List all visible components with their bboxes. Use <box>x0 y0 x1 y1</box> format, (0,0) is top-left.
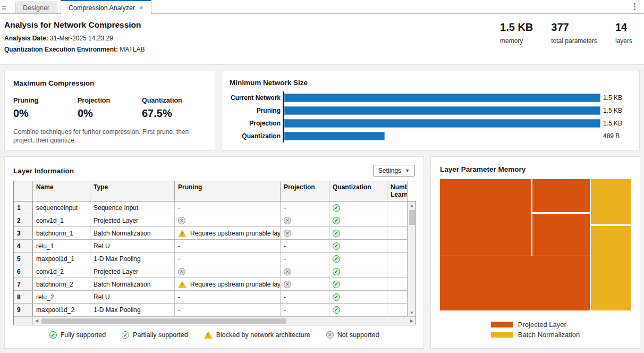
column-header[interactable]: Pruning <box>175 181 281 201</box>
column-header[interactable]: Name <box>33 181 90 201</box>
not-supported-icon: ✕ <box>284 230 291 237</box>
learnables-cell <box>387 227 408 239</box>
table-row[interactable]: 4relu_1ReLU--✓ <box>14 240 408 253</box>
horizontal-scroll-thumb[interactable] <box>41 318 286 324</box>
tab-designer-label: Designer <box>23 4 49 12</box>
legend-item: ✓Partially supported <box>122 331 188 339</box>
warning-icon: ! <box>178 230 187 237</box>
vertical-scroll-thumb[interactable] <box>409 210 415 225</box>
tab-compression-analyzer[interactable]: Compression Analyzer × <box>61 0 151 14</box>
treemap-rect[interactable] <box>532 214 590 256</box>
vertical-scrollbar[interactable]: ▲ ▼ <box>408 201 416 316</box>
kebab-menu-icon[interactable] <box>633 2 637 11</box>
layer-table-rows: 1sequenceinputSequence Input--✓2conv1d_1… <box>14 201 408 316</box>
bar-value-label: 489 B <box>600 132 620 140</box>
scroll-up-icon[interactable]: ▲ <box>410 201 414 209</box>
not-supported-icon: ✕ <box>284 268 291 275</box>
legend-label: Projected Layer <box>518 321 566 329</box>
stat-label: memory <box>500 37 533 45</box>
bar-track <box>283 91 600 104</box>
name-cell: maxpool1d_1 <box>33 253 90 265</box>
pruning-cell: - <box>175 291 281 303</box>
layer-information-title: Layer Information <box>13 167 74 175</box>
projection-cell: ✕ <box>281 227 329 239</box>
table-row[interactable]: 9maxpool1d_21-D Max Pooling--✓ <box>14 304 408 316</box>
pruning-cell: - <box>175 240 281 252</box>
legend-label: Batch Normalization <box>518 331 580 339</box>
row-number-cell: 8 <box>14 291 33 303</box>
scroll-left-icon[interactable]: ◀ <box>35 318 38 323</box>
stat-label: layers <box>615 37 632 45</box>
table-row[interactable]: 8relu_2ReLU--✓ <box>14 291 408 304</box>
pruning-cell: ✕ <box>175 265 281 278</box>
treemap-legend-item: Projected Layer <box>491 321 580 329</box>
environment-value: MATLAB <box>120 46 145 53</box>
column-header[interactable]: Number of Learnables <box>387 181 408 201</box>
type-cell: Projected Layer <box>90 265 175 278</box>
learnables-cell <box>387 240 408 252</box>
table-row[interactable]: 7batchnorm_2Batch Normalization!Requires… <box>14 278 408 291</box>
projection-cell: - <box>281 304 329 316</box>
horizontal-scrollbar[interactable]: ◀ ▶ <box>33 317 416 325</box>
table-row[interactable]: 6conv1d_2Projected Layer✕✕✓ <box>14 265 408 278</box>
learnables-cell <box>387 304 408 316</box>
table-row[interactable]: 5maxpool1d_11-D Max Pooling--✓ <box>14 253 408 265</box>
report-body: Maximum Compression Pruning0%Projection0… <box>0 65 644 353</box>
scroll-down-icon[interactable]: ▼ <box>410 309 414 316</box>
bar-track <box>283 117 600 130</box>
stat-label: total parameters <box>551 37 597 45</box>
pruning-warning-text: Requires upstream prunable layer <box>190 230 281 237</box>
tab-designer[interactable]: Designer <box>15 2 57 13</box>
quantization-cell: ✓ <box>329 227 387 239</box>
treemap-rect[interactable] <box>591 226 631 310</box>
projection-cell: - <box>281 253 329 265</box>
column-header[interactable]: Type <box>90 181 175 201</box>
summary-stats: 1.5 KBmemory377total parameters14layers <box>500 21 632 45</box>
row-number-cell: 9 <box>14 304 33 316</box>
quantization-cell: ✓ <box>329 253 387 265</box>
horizontal-scrollbar-row: ◀ ▶ <box>14 316 416 325</box>
bar-track <box>283 130 600 142</box>
column-header[interactable]: Projection <box>281 181 329 201</box>
type-cell: Sequence Input <box>90 201 175 214</box>
compression-technique: Quantization67.5% <box>142 97 206 120</box>
settings-button[interactable]: Settings ▼ <box>373 165 415 176</box>
analysis-date-value: 31-Mar-2025 14:23:29 <box>50 35 113 42</box>
fully-supported-icon: ✓ <box>333 217 340 224</box>
pruning-warning-text: Requires upstream prunable layer <box>190 281 281 288</box>
bar-category-label: Quantization <box>230 132 283 140</box>
scroll-right-icon[interactable]: ▶ <box>410 318 413 323</box>
bar-chart-row: Current Network1.5 KB <box>230 91 631 104</box>
bar-category-label: Projection <box>230 120 283 127</box>
table-row[interactable]: 3batchnorm_1Batch Normalization!Requires… <box>14 227 408 240</box>
bar-chart-row: Pruning1.5 KB <box>230 104 631 117</box>
bar <box>284 106 600 115</box>
legend-label: Not supported <box>337 331 379 339</box>
treemap-rect[interactable] <box>440 179 531 256</box>
table-row[interactable]: 1sequenceinputSequence Input--✓ <box>14 201 408 214</box>
fully-supported-icon: ✓ <box>333 242 340 250</box>
pruning-cell: - <box>175 201 281 214</box>
treemap-rect[interactable] <box>591 179 631 224</box>
bar-category-label: Current Network <box>230 94 283 102</box>
projection-cell: ✕ <box>281 214 329 226</box>
treemap-rect[interactable] <box>532 179 590 212</box>
name-cell: maxpool1d_2 <box>33 304 90 316</box>
close-tab-icon[interactable]: × <box>139 4 143 11</box>
bar-chart-row: Quantization489 B <box>230 130 631 142</box>
column-header[interactable] <box>14 181 33 201</box>
learnables-cell <box>387 253 408 265</box>
name-cell: conv1d_1 <box>33 214 90 226</box>
treemap-rect[interactable] <box>440 256 590 310</box>
warning-icon: ! <box>178 281 187 288</box>
column-header[interactable]: Quantization <box>329 181 387 201</box>
quantization-cell: ✓ <box>329 265 387 278</box>
panel-grip-icon[interactable] <box>0 3 7 13</box>
fully-supported-icon: ✓ <box>333 281 340 288</box>
settings-button-label: Settings <box>378 167 401 174</box>
fully-supported-icon: ✓ <box>49 331 57 339</box>
table-row[interactable]: 2conv1d_1Projected Layer✕✕✓ <box>14 214 408 227</box>
not-supported-icon: ✕ <box>178 268 185 275</box>
learnables-cell <box>387 265 408 278</box>
fully-supported-icon: ✓ <box>333 230 340 237</box>
